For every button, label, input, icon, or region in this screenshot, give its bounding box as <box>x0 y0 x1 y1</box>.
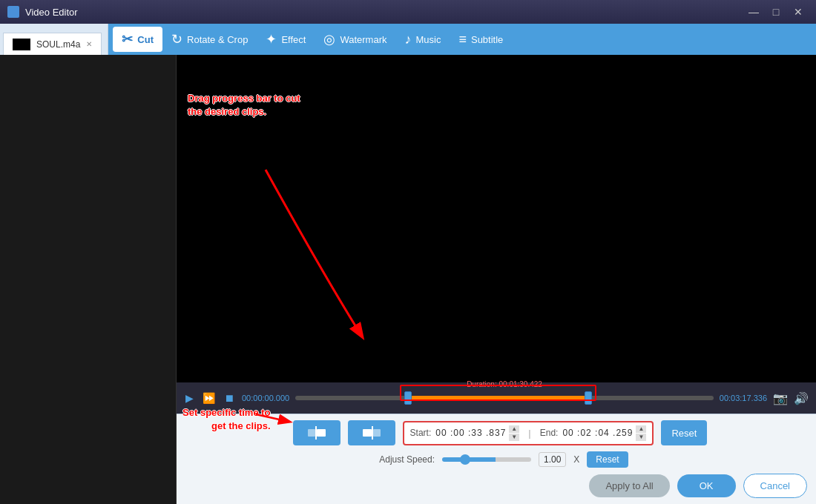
speed-slider[interactable] <box>442 457 531 462</box>
app-icon <box>7 6 19 18</box>
tab-watermark[interactable]: ◎ Watermark <box>315 27 395 52</box>
file-thumb <box>13 39 30 50</box>
tab-subtitle-label: Subtitle <box>471 34 503 45</box>
volume-button[interactable]: 🔊 <box>794 391 809 405</box>
timeline-row: ▶ ⏩ ⏹ 00:00:00.000 Duration: 00:01:30.42… <box>177 382 816 414</box>
action-row: Apply to All OK Cancel <box>185 474 807 498</box>
tab-effect[interactable]: ✦ Effect <box>257 27 315 52</box>
svg-rect-4 <box>373 429 381 437</box>
speed-reset-button[interactable]: Reset <box>587 451 628 468</box>
svg-rect-0 <box>308 429 315 437</box>
annotation-drag: Drag progress bar to cutthe desired clip… <box>188 92 300 119</box>
speed-value: 1.00 <box>539 452 566 467</box>
tab-watermark-label: Watermark <box>340 34 386 45</box>
end-time-value: 00 :02 :04 .259 <box>562 428 633 438</box>
file-tab-close[interactable]: ✕ <box>86 40 92 48</box>
music-icon: ♪ <box>405 32 412 47</box>
start-time-spinner[interactable]: ▲ ▼ <box>509 425 519 441</box>
video-area: Drag progress bar to cutthe desired clip… <box>177 55 816 504</box>
timeline-handle-right[interactable] <box>585 391 592 405</box>
play-button[interactable]: ▶ <box>184 391 195 405</box>
maximize-button[interactable]: □ <box>766 4 786 19</box>
rotate-icon: ↻ <box>171 31 182 47</box>
speed-label: Adjust Speed: <box>379 454 435 465</box>
trim-left-icon <box>306 426 327 440</box>
tab-music[interactable]: ♪ Music <box>396 27 450 52</box>
svg-rect-3 <box>363 429 372 437</box>
annotation-arrow-2 <box>249 411 308 433</box>
start-time-input[interactable]: 00 :00 :33 .837 ▲ ▼ <box>435 425 519 441</box>
app-title: Video Editor <box>25 7 78 18</box>
tab-music-label: Music <box>416 34 441 45</box>
trim-right-button[interactable] <box>348 420 395 445</box>
screenshot-button[interactable]: 📷 <box>773 391 788 405</box>
speed-unit: X <box>573 454 579 465</box>
cut-reset-button[interactable]: Reset <box>661 420 707 445</box>
watermark-icon: ◎ <box>323 31 335 47</box>
start-time-value: 00 :00 :33 .837 <box>435 428 506 438</box>
tab-subtitle[interactable]: ≡ Subtitle <box>450 27 512 52</box>
tab-cut-label: Cut <box>137 34 154 45</box>
tab-rotate-label: Rotate & Crop <box>187 34 248 45</box>
time-inputs-container: Start: 00 :00 :33 .837 ▲ ▼ | End: 00 :02… <box>403 421 654 445</box>
video-canvas: Drag progress bar to cutthe desired clip… <box>177 55 816 382</box>
ok-button[interactable]: OK <box>677 474 736 497</box>
svg-rect-1 <box>317 429 326 437</box>
file-tabs-section: SOUL.m4a ✕ <box>0 24 108 55</box>
cut-icon: ✂ <box>122 31 133 47</box>
window-controls: — □ ✕ <box>743 4 809 19</box>
start-label: Start: <box>410 428 432 438</box>
title-bar: Video Editor — □ ✕ <box>0 0 816 24</box>
end-spin-down[interactable]: ▼ <box>636 434 646 441</box>
tab-rotate[interactable]: ↻ Rotate & Crop <box>162 27 257 52</box>
end-time-input[interactable]: 00 :02 :04 .259 ▲ ▼ <box>562 425 646 441</box>
minimize-button[interactable]: — <box>743 4 764 19</box>
cancel-button[interactable]: Cancel <box>743 474 807 498</box>
subtitle-icon: ≡ <box>458 32 467 47</box>
trim-right-icon <box>361 426 382 440</box>
close-button[interactable]: ✕ <box>788 4 809 19</box>
effect-icon: ✦ <box>266 31 277 47</box>
timeline-handle-left[interactable] <box>404 391 412 405</box>
end-time: 00:03:17.336 <box>720 394 767 402</box>
start-spin-down[interactable]: ▼ <box>509 434 519 441</box>
sidebar <box>0 55 177 504</box>
stop-button[interactable]: ⏹ <box>223 391 236 405</box>
timeline-track[interactable]: Duration: 00:01:30.422 <box>295 391 714 405</box>
start-spin-up[interactable]: ▲ <box>509 425 519 433</box>
speed-row: Adjust Speed: 1.00 X Reset <box>185 451 807 468</box>
timeline-range[interactable] <box>408 396 588 400</box>
tab-cut[interactable]: ✂ Cut <box>113 27 162 52</box>
duration-label: Duration: 00:01:30.422 <box>467 380 542 388</box>
file-tab-name: SOUL.m4a <box>36 39 80 50</box>
tab-effect-label: Effect <box>281 34 306 45</box>
content-area: Drag progress bar to cutthe desired clip… <box>0 55 816 504</box>
cut-controls-row: Set specific time toget the clips. <box>185 420 807 445</box>
end-spin-up[interactable]: ▲ <box>636 425 646 433</box>
main-toolbar: ✂ Cut ↻ Rotate & Crop ✦ Effect ◎ Waterma… <box>108 24 816 55</box>
end-time-spinner[interactable]: ▲ ▼ <box>636 425 646 441</box>
file-tab[interactable]: SOUL.m4a ✕ <box>3 33 102 55</box>
time-separator: | <box>524 428 535 439</box>
current-time: 00:00:00.000 <box>242 394 289 402</box>
apply-to-all-button[interactable]: Apply to All <box>589 474 669 497</box>
play-next-button[interactable]: ⏩ <box>201 391 217 405</box>
end-label: End: <box>540 428 559 438</box>
bottom-controls: Set specific time toget the clips. <box>177 414 816 504</box>
combined-tab-bar: SOUL.m4a ✕ ✂ Cut ↻ Rotate & Crop ✦ Effec… <box>0 24 816 55</box>
